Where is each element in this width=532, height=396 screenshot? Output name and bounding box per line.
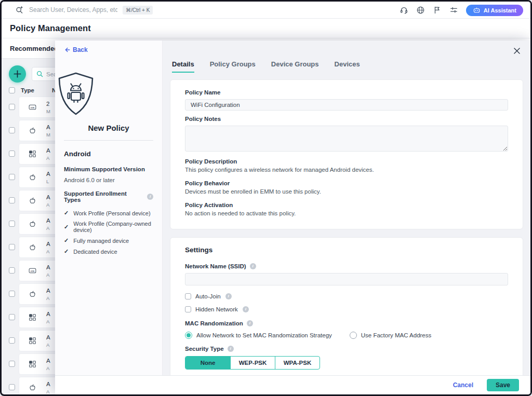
mac-option-factory-label: Use Factory MAC Address (361, 332, 431, 338)
security-type-label: Security Type (185, 346, 224, 352)
mac-randomization-label: MAC Randomization (185, 320, 243, 326)
tab-device-groups[interactable]: Device Groups (271, 60, 319, 73)
info-icon[interactable]: i (228, 346, 234, 352)
info-icon[interactable]: i (243, 306, 249, 312)
select-all-checkbox[interactable] (9, 87, 15, 93)
flag-icon[interactable] (433, 6, 442, 15)
auto-join-label: Auto-Join (195, 293, 221, 299)
cancel-button[interactable]: Cancel (453, 381, 473, 389)
mac-option-network-label: Allow Network to Set MAC Randomization S… (196, 332, 332, 338)
top-bar: ⌘/Ctrl + K (2, 2, 530, 19)
security-type-segmented-control: None WEP-PSK WPA-PSK (185, 356, 320, 370)
policy-summary-panel: Back (55, 40, 163, 375)
info-icon[interactable]: i (250, 263, 256, 269)
ai-assistant-label: AI Assistant (484, 7, 516, 13)
hidden-network-label: Hidden Network (195, 306, 238, 312)
row-checkbox[interactable] (9, 221, 15, 227)
page-title: Policy Management (10, 23, 91, 33)
row-checkbox[interactable] (9, 314, 15, 320)
ios-badge-icon: iOS (28, 103, 37, 112)
row-checkbox[interactable] (9, 104, 15, 110)
policy-name-label: Policy Name (185, 89, 508, 95)
tab-details[interactable]: Details (172, 60, 194, 73)
ssid-label: Network Name (SSID) (185, 263, 246, 269)
policy-notes-label: Policy Notes (185, 116, 508, 122)
add-policy-button[interactable] (9, 65, 26, 83)
policy-name-input[interactable] (185, 99, 508, 111)
page-title-bar: Policy Management (2, 19, 530, 38)
policy-description-text: This policy configures a wireless networ… (185, 167, 508, 173)
apple-icon (28, 383, 37, 392)
preferences-icon[interactable] (449, 6, 458, 15)
modal-footer: Cancel Save (55, 375, 530, 394)
platform-label: Android (64, 150, 153, 158)
app-window: ⌘/Ctrl + K (0, 0, 532, 396)
keyboard-shortcut-badge: ⌘/Ctrl + K (123, 6, 153, 15)
row-checkbox[interactable] (9, 197, 15, 203)
policy-notes-textarea[interactable] (185, 126, 508, 152)
apple-icon (28, 220, 37, 228)
ios-badge-icon: iOS (28, 266, 37, 275)
check-icon: ✓ (64, 224, 69, 230)
app-grid-icon (28, 149, 37, 158)
info-icon[interactable]: i (247, 320, 253, 326)
settings-heading: Settings (185, 246, 508, 254)
security-option-wep-psk[interactable]: WEP-PSK (230, 357, 275, 369)
details-card: Policy Name Policy Notes Policy Descript… (170, 79, 523, 229)
info-icon[interactable]: i (225, 293, 232, 299)
globe-icon[interactable] (416, 6, 425, 15)
apple-icon (28, 290, 37, 298)
row-checkbox[interactable] (9, 384, 15, 390)
policy-detail-panel: Details Policy Groups Device Groups Devi… (163, 40, 530, 375)
apple-icon (28, 126, 37, 135)
android-shield-icon (55, 71, 97, 117)
security-option-none[interactable]: None (185, 357, 230, 369)
apple-icon (28, 173, 37, 182)
app-grid-icon (28, 336, 37, 345)
min-version-label: Minimum Supported Version (64, 166, 153, 172)
row-checkbox[interactable] (9, 267, 15, 274)
back-label: Back (73, 46, 88, 53)
global-search[interactable]: ⌘/Ctrl + K (15, 6, 153, 15)
policy-description-label: Policy Description (185, 158, 508, 165)
ai-assistant-button[interactable]: AI Assistant (466, 5, 523, 16)
search-icon (15, 6, 24, 15)
mac-randomization-options: Allow Network to Set MAC Randomization S… (185, 332, 508, 339)
row-checkbox[interactable] (9, 174, 15, 180)
policy-activation-text: No action is needed to activate this pol… (185, 210, 508, 216)
row-checkbox[interactable] (9, 127, 15, 133)
policy-activation-label: Policy Activation (185, 202, 508, 208)
row-checkbox[interactable] (9, 291, 15, 297)
row-checkbox[interactable] (9, 337, 15, 344)
support-headset-icon[interactable] (400, 6, 408, 15)
save-button[interactable]: Save (487, 379, 519, 391)
divider (64, 140, 153, 141)
auto-join-checkbox[interactable] (185, 293, 191, 299)
enrollment-types-label: Supported Enrollment Types (64, 190, 143, 203)
apple-icon (28, 243, 37, 252)
global-search-input[interactable] (29, 6, 117, 13)
ssid-input[interactable] (185, 273, 508, 285)
apple-icon (28, 196, 37, 205)
policy-title: New Policy (55, 124, 162, 132)
svg-text:iOS: iOS (31, 106, 34, 109)
check-icon: ✓ (64, 248, 69, 255)
min-version-value: Android 6.0 or later (64, 177, 153, 183)
tab-policy-groups[interactable]: Policy Groups (210, 60, 256, 73)
mac-option-network-radio[interactable] (185, 332, 192, 339)
row-checkbox[interactable] (9, 151, 15, 157)
back-button[interactable]: Back (64, 46, 88, 53)
info-icon[interactable]: i (147, 194, 153, 200)
svg-text:iOS: iOS (31, 270, 34, 272)
mac-option-factory-radio[interactable] (350, 332, 357, 339)
security-option-wpa-psk[interactable]: WPA-PSK (275, 357, 320, 369)
tab-devices[interactable]: Devices (335, 60, 360, 73)
row-checkbox[interactable] (9, 361, 15, 367)
back-arrow-icon (64, 47, 70, 53)
new-policy-modal: Back (55, 40, 530, 394)
search-icon (36, 71, 43, 77)
hidden-network-checkbox[interactable] (185, 306, 191, 312)
policy-behavior-label: Policy Behavior (185, 180, 508, 186)
row-checkbox[interactable] (9, 244, 15, 250)
check-icon: ✓ (64, 210, 69, 216)
